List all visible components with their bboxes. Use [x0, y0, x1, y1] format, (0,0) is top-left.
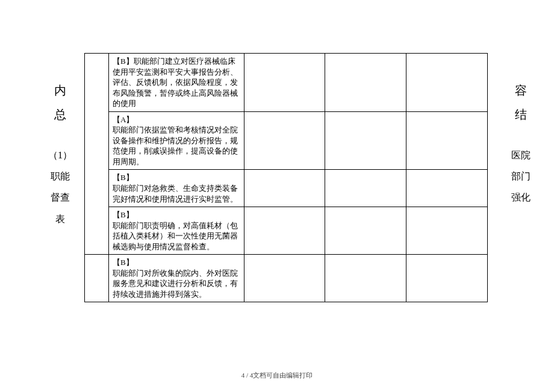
left-line-4: 表 [48, 208, 72, 229]
page-footer: 4 / 4文档可自由编辑打印 [0, 371, 554, 380]
empty-cell [244, 111, 325, 170]
table-row: 【A】职能部门依据监管和考核情况对全院设备操作和维护情况的分析报告，规范使用，削… [85, 111, 488, 170]
left-margin-column: 内 总 （1） 职能 督查 表 [48, 78, 72, 229]
empty-cell [406, 255, 488, 302]
criteria-cell: 【B】职能部门职责明确，对高值耗材（包括植入类耗材）和一次性使用无菌器械选购与使… [108, 207, 244, 255]
criteria-cell: 【B】职能部门对所收集的院内、外对医院服务意见和建议进行分析和反馈，有持续改进措… [108, 255, 244, 302]
left-line-3: 督查 [48, 187, 72, 208]
right-char-2: 结 [509, 102, 533, 126]
empty-cell [406, 54, 488, 112]
empty-cell [244, 170, 325, 207]
criteria-cell: 【B】职能部门建立对医疗器械临床使用平安监测和平安大事报告分析、评估、反馈机制，… [108, 54, 244, 112]
left-char-1: 内 [48, 78, 72, 102]
row-span-cell [85, 54, 109, 255]
empty-cell [325, 207, 406, 255]
empty-cell [325, 255, 406, 302]
inspection-table: 【B】职能部门建立对医疗器械临床使用平安监测和平安大事报告分析、评估、反馈机制，… [84, 53, 488, 302]
criteria-cell: 【B】职能部门对急救类、生命支持类装备完好情况和使用情况进行实时监管。 [108, 170, 244, 207]
left-line-2: 职能 [48, 166, 72, 187]
right-char-1: 容 [509, 78, 533, 102]
table-row: 【B】职能部门对所收集的院内、外对医院服务意见和建议进行分析和反馈，有持续改进措… [85, 255, 488, 302]
empty-cell [244, 54, 325, 112]
table-row: 【B】职能部门对急救类、生命支持类装备完好情况和使用情况进行实时监管。 [85, 170, 488, 207]
empty-cell [406, 111, 488, 170]
empty-cell [325, 170, 406, 207]
table-row: 【B】职能部门职责明确，对高值耗材（包括植入类耗材）和一次性使用无菌器械选购与使… [85, 207, 488, 255]
right-margin-column: 容 结 医院 部门 强化 [509, 78, 533, 208]
right-line-2: 部门 [509, 166, 533, 187]
empty-cell [406, 207, 488, 255]
right-line-1: 医院 [509, 145, 533, 166]
row-span-cell [85, 255, 109, 302]
left-line-1: （1） [48, 145, 72, 166]
left-char-2: 总 [48, 102, 72, 126]
empty-cell [325, 111, 406, 170]
empty-cell [244, 207, 325, 255]
table-row: 【B】职能部门建立对医疗器械临床使用平安监测和平安大事报告分析、评估、反馈机制，… [85, 54, 488, 112]
empty-cell [244, 255, 325, 302]
right-line-3: 强化 [509, 187, 533, 208]
criteria-cell: 【A】职能部门依据监管和考核情况对全院设备操作和维护情况的分析报告，规范使用，削… [108, 111, 244, 170]
empty-cell [406, 170, 488, 207]
empty-cell [325, 54, 406, 112]
